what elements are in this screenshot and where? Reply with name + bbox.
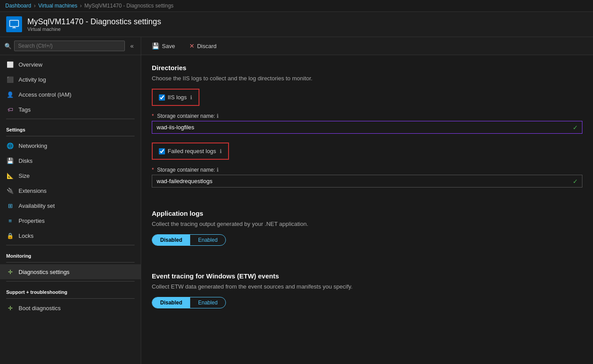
failed-req-label[interactable]: Failed request logs bbox=[159, 148, 216, 154]
etw-enabled-btn[interactable]: Enabled bbox=[190, 297, 225, 308]
availability-icon: ⊞ bbox=[6, 202, 14, 210]
required-marker: * bbox=[152, 113, 154, 119]
etw-disabled-btn[interactable]: Disabled bbox=[152, 297, 190, 308]
app-logs-toggle[interactable]: Disabled Enabled bbox=[152, 234, 226, 246]
failed-storage-container: * Storage container name: ℹ ✓ bbox=[152, 167, 582, 188]
sidebar-label-disks: Disks bbox=[19, 158, 33, 164]
content-area: 💾 Save ✕ Discard Directories Choose the … bbox=[141, 37, 593, 364]
failed-storage-label: * Storage container name: ℹ bbox=[152, 167, 582, 173]
sidebar-item-tags[interactable]: 🏷 Tags bbox=[0, 102, 141, 117]
required-marker2: * bbox=[152, 167, 154, 173]
sidebar-search-bar: 🔍 « bbox=[0, 37, 141, 55]
divider-support2 bbox=[6, 298, 135, 299]
page-header-text: MySqlVM11470 - Diagnostics settings Virt… bbox=[27, 17, 161, 32]
page-header: MySqlVM11470 - Diagnostics settings Virt… bbox=[0, 12, 593, 37]
iis-storage-input[interactable] bbox=[152, 121, 582, 134]
failed-req-group: Failed request logs ℹ bbox=[152, 143, 229, 160]
failed-storage-check-icon: ✓ bbox=[573, 178, 578, 185]
failed-storage-info-icon[interactable]: ℹ bbox=[217, 167, 219, 173]
app-logs-enabled-btn[interactable]: Enabled bbox=[190, 235, 225, 245]
breadcrumb: Dashboard › Virtual machines › MySqlVM11… bbox=[0, 0, 593, 12]
save-icon: 💾 bbox=[152, 42, 159, 49]
activity-log-icon: ⬛ bbox=[6, 75, 14, 83]
iis-storage-label: * Storage container name: ℹ bbox=[152, 113, 582, 119]
tags-icon: 🏷 bbox=[6, 105, 14, 113]
sidebar-item-availability-set[interactable]: ⊞ Availability set bbox=[0, 198, 141, 213]
sidebar-nav: ⬜ Overview ⬛ Activity log 👤 Access contr… bbox=[0, 55, 141, 364]
content-body: Directories Choose the IIS logs to colle… bbox=[141, 55, 593, 364]
sidebar-item-activity-log[interactable]: ⬛ Activity log bbox=[0, 72, 141, 87]
breadcrumb-dashboard[interactable]: Dashboard bbox=[5, 3, 31, 9]
iis-logs-text: IIS logs bbox=[168, 94, 187, 101]
sidebar-label-extensions: Extensions bbox=[19, 188, 47, 194]
divider-settings2 bbox=[6, 136, 135, 136]
failed-storage-input-wrap: ✓ bbox=[152, 175, 582, 188]
app-logs-disabled-btn[interactable]: Disabled bbox=[152, 235, 190, 245]
settings-section-label: Settings bbox=[0, 121, 141, 134]
breadcrumb-sep2: › bbox=[80, 3, 82, 9]
networking-icon: 🌐 bbox=[6, 142, 14, 150]
failed-req-info-icon[interactable]: ℹ bbox=[220, 148, 222, 154]
save-button[interactable]: 💾 Save bbox=[148, 41, 179, 51]
sidebar-item-diagnostics[interactable]: ✛ Diagnostics settings bbox=[0, 264, 141, 279]
extensions-icon: 🔌 bbox=[6, 187, 14, 195]
toolbar: 💾 Save ✕ Discard bbox=[141, 37, 593, 55]
vm-icon bbox=[6, 16, 22, 32]
sidebar-label-availability: Availability set bbox=[19, 203, 55, 209]
breadcrumb-sep1: › bbox=[34, 3, 36, 9]
collapse-button[interactable]: « bbox=[128, 41, 136, 50]
iam-icon: 👤 bbox=[6, 90, 14, 98]
search-input[interactable] bbox=[14, 41, 125, 51]
sidebar-item-boot-diagnostics[interactable]: ✛ Boot diagnostics bbox=[0, 300, 141, 315]
iis-logs-checkbox[interactable] bbox=[159, 94, 165, 101]
application-logs-section: Application logs Collect the tracing out… bbox=[152, 210, 582, 246]
directories-title: Directories bbox=[152, 64, 582, 71]
boot-diag-icon: ✛ bbox=[6, 304, 14, 312]
iis-storage-info-icon[interactable]: ℹ bbox=[217, 113, 219, 119]
diagnostics-icon: ✛ bbox=[6, 268, 14, 276]
iis-storage-check-icon: ✓ bbox=[573, 124, 578, 131]
discard-icon: ✕ bbox=[189, 42, 195, 49]
etw-section: Event tracing for Windows (ETW) events C… bbox=[152, 272, 582, 308]
save-label: Save bbox=[162, 43, 175, 49]
page-subtitle: Virtual machine bbox=[27, 26, 161, 32]
iis-logs-info-icon[interactable]: ℹ bbox=[190, 94, 192, 101]
directories-section: Directories Choose the IIS logs to colle… bbox=[152, 64, 582, 188]
iis-logs-label[interactable]: IIS logs bbox=[159, 94, 187, 101]
sidebar-item-extensions[interactable]: 🔌 Extensions bbox=[0, 183, 141, 198]
monitoring-section-label: Monitoring bbox=[0, 247, 141, 260]
sidebar-label-properties: Properties bbox=[19, 218, 45, 224]
sidebar-item-size[interactable]: 📐 Size bbox=[0, 168, 141, 183]
disks-icon: 💾 bbox=[6, 157, 14, 165]
sidebar-item-properties[interactable]: ≡ Properties bbox=[0, 213, 141, 228]
directories-desc: Choose the IIS logs to collect and the l… bbox=[152, 75, 582, 82]
etw-toggle[interactable]: Disabled Enabled bbox=[152, 297, 226, 308]
locks-icon: 🔒 bbox=[6, 232, 14, 240]
divider-monitoring bbox=[6, 245, 135, 245]
page-title: MySqlVM11470 - Diagnostics settings bbox=[27, 17, 161, 26]
sidebar-item-iam[interactable]: 👤 Access control (IAM) bbox=[0, 87, 141, 102]
size-icon: 📐 bbox=[6, 172, 14, 180]
breadcrumb-vms[interactable]: Virtual machines bbox=[38, 3, 78, 9]
properties-icon: ≡ bbox=[6, 217, 14, 225]
sidebar-label-iam: Access control (IAM) bbox=[19, 91, 71, 98]
iis-storage-input-wrap: ✓ bbox=[152, 121, 582, 134]
failed-req-checkbox[interactable] bbox=[159, 148, 165, 154]
breadcrumb-current: MySqlVM11470 - Diagnostics settings bbox=[84, 3, 173, 9]
app-logs-desc: Collect the tracing output generated by … bbox=[152, 221, 582, 227]
failed-storage-input[interactable] bbox=[152, 175, 582, 188]
etw-title: Event tracing for Windows (ETW) events bbox=[152, 272, 582, 280]
sidebar-label-diagnostics: Diagnostics settings bbox=[19, 269, 70, 275]
sidebar-item-disks[interactable]: 💾 Disks bbox=[0, 153, 141, 168]
svg-rect-0 bbox=[10, 20, 19, 26]
sidebar-item-overview[interactable]: ⬜ Overview bbox=[0, 57, 141, 72]
app-logs-title: Application logs bbox=[152, 210, 582, 217]
failed-req-text: Failed request logs bbox=[168, 148, 216, 154]
search-icon: 🔍 bbox=[4, 43, 11, 49]
sidebar-item-locks[interactable]: 🔒 Locks bbox=[0, 228, 141, 243]
discard-button[interactable]: ✕ Discard bbox=[186, 41, 220, 51]
overview-icon: ⬜ bbox=[6, 60, 14, 68]
sidebar-item-networking[interactable]: 🌐 Networking bbox=[0, 138, 141, 153]
iis-storage-container: * Storage container name: ℹ ✓ bbox=[152, 113, 582, 134]
etw-desc: Collect ETW data generated from the even… bbox=[152, 283, 582, 290]
